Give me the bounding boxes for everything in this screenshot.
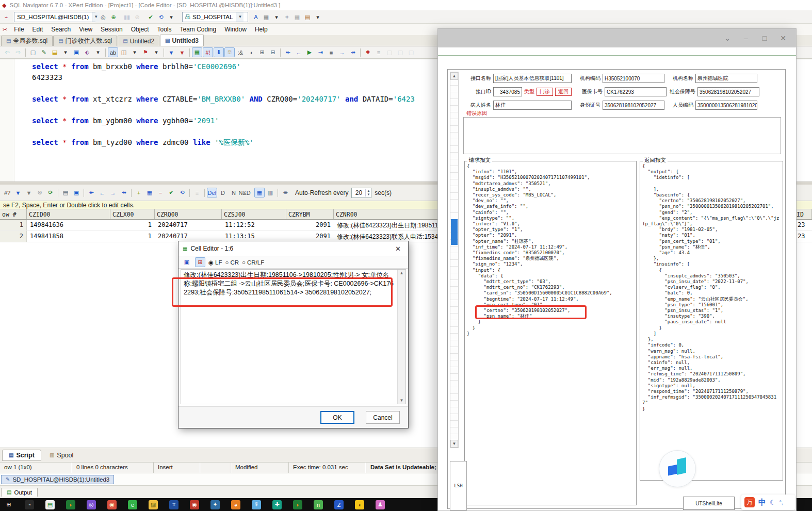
find-objects-icon[interactable]: A — [251, 12, 261, 22]
doc-tab-Untitled3[interactable]: ▤Untitled3 — [160, 35, 204, 46]
taskbar-app-icon[interactable]: n — [314, 500, 323, 509]
grid-column-header[interactable]: ow # — [0, 209, 27, 219]
fit-columns-icon[interactable]: ⇹ — [280, 188, 290, 197]
next-result-icon[interactable]: → — [337, 47, 347, 57]
grid-cell[interactable]: 149841858 — [27, 231, 110, 242]
tab-output[interactable]: ▤ Output — [1, 488, 38, 497]
grid-cell[interactable]: 20240717 — [155, 231, 222, 242]
grid-cell[interactable]: 20240717 — [155, 220, 222, 230]
taskbar-app-icon[interactable]: ◕ — [231, 500, 240, 509]
explain-plan-icon[interactable]: ✹ — [363, 47, 373, 57]
ssn-field[interactable]: 350628198102052027 — [697, 87, 759, 96]
menu-item-window[interactable]: Window — [220, 25, 251, 34]
return-chip[interactable]: 返回 — [555, 88, 572, 96]
filter-icon[interactable]: ▼ — [13, 188, 23, 197]
minimize-button[interactable]: – — [740, 34, 752, 42]
scroll-down-icon[interactable]: ▼ — [450, 440, 458, 448]
save-icon[interactable]: ▣ — [71, 47, 82, 57]
taskbar-app-icon[interactable]: e — [128, 500, 137, 509]
grid-cell[interactable]: 149841636 — [27, 220, 110, 230]
grid-view-icon[interactable]: ▦ — [254, 188, 265, 197]
taskbar-app-icon[interactable]: ◎ — [87, 500, 96, 509]
response-box[interactable]: { "output": { "idetinfo": [ ], "baseinfo… — [640, 161, 783, 481]
cancel-button[interactable]: Cancel — [366, 411, 400, 424]
org-code-field[interactable]: H35052100070 — [603, 74, 664, 83]
fetch-all-icon[interactable]: ⬇ — [214, 47, 224, 57]
spin-up-icon[interactable]: ▲ — [366, 189, 371, 193]
highlight-icon[interactable]: ab — [108, 47, 118, 57]
interface-name-field[interactable]: [国家]人员基本信息获取[1101] — [493, 74, 572, 83]
report-icon[interactable]: ▤ — [302, 12, 313, 22]
bookmark-icon[interactable]: ⚑ — [140, 47, 151, 57]
output-grid-icon[interactable]: ▦ — [292, 12, 302, 22]
chevron-down-icon[interactable]: ▾ — [166, 12, 176, 22]
numdate-order-icon[interactable]: N&D — [239, 188, 250, 197]
grid-column-header[interactable]: CZRYBM — [286, 209, 334, 219]
scroll-up-icon[interactable]: ▲ — [400, 271, 404, 275]
cancel-icon[interactable]: ⊗ — [35, 188, 45, 197]
chevron-down-button[interactable]: ⌄ — [722, 34, 733, 42]
taskbar-app-icon[interactable]: ✦ — [210, 500, 220, 509]
left-scrollbar[interactable]: ▲ ▼ — [450, 72, 459, 448]
patient-name-field[interactable]: 林佳 — [493, 101, 572, 110]
grid-cell[interactable]: 1 — [110, 231, 155, 242]
row-count-icon[interactable]: ▦ — [261, 12, 271, 22]
ampersand-icon[interactable]: :& — [235, 47, 246, 57]
auto-refresh-spinner[interactable]: 20 ▲▼ — [351, 188, 371, 198]
ok-button[interactable]: OK — [320, 411, 354, 424]
collapse-icon[interactable]: ≡ — [192, 188, 202, 197]
menu-item-tools[interactable]: Tools — [153, 25, 175, 34]
filter-icon[interactable]: ▼ — [166, 47, 176, 57]
menu-item-view[interactable]: View — [75, 25, 96, 34]
taskbar-app-icon[interactable]: ▤ — [45, 500, 55, 509]
close-button[interactable]: ✕ — [777, 34, 789, 42]
start-button[interactable]: ⊞ — [4, 500, 13, 509]
chevron-down-icon[interactable]: ▾ — [151, 47, 161, 57]
scroll-down-icon[interactable]: ▼ — [400, 398, 404, 403]
prev-record-icon[interactable]: ← — [97, 188, 107, 197]
insert-row-icon[interactable]: + — [134, 188, 144, 197]
taskbar-app-icon[interactable]: ☤ — [252, 500, 261, 509]
commit-icon[interactable]: ✔ — [145, 12, 156, 22]
response-json[interactable]: { "output": { "idetinfo": [ ], "baseinfo… — [642, 163, 782, 412]
forward-icon[interactable]: ⇨ — [13, 47, 23, 57]
spinner-arrows[interactable]: ▲▼ — [365, 189, 371, 196]
taskbar-app-icon[interactable]: ◖ — [355, 500, 364, 509]
chevron-down-icon[interactable]: ▾ — [60, 47, 71, 57]
chevron-down-icon[interactable]: ▾ — [313, 12, 323, 22]
scroll-up-icon[interactable]: ▲ — [450, 72, 458, 80]
print-icon[interactable]: ▤ — [60, 188, 71, 197]
org-name-field[interactable]: 泉州德诚医院 — [695, 74, 757, 83]
open-file-icon[interactable]: ⬓ — [50, 47, 60, 57]
grid-cell[interactable]: 1 — [0, 220, 27, 230]
wrap-icon[interactable]: ⊞ — [195, 257, 205, 267]
cell-editor-scrollbar[interactable]: ▲ ▼ — [397, 270, 405, 404]
prev-result-icon[interactable]: ← — [294, 47, 304, 57]
ime-punctuation-icon[interactable]: °, — [779, 500, 783, 505]
edit-row-icon[interactable]: ▦ — [144, 188, 155, 197]
taskbar-app-icon[interactable]: ◗ — [66, 500, 75, 509]
taskbar-app-icon[interactable]: ✚ — [272, 500, 282, 509]
doc-tab-门诊收住人数.sql[interactable]: ▤门诊收住人数.sql — [53, 36, 117, 46]
save-icon[interactable]: ▣ — [182, 257, 192, 267]
menu-item-search[interactable]: Search — [47, 25, 75, 34]
interface-id-field[interactable]: 3437085 — [493, 87, 522, 96]
edit-file-icon[interactable]: ✎ — [39, 47, 49, 57]
ime-logo-icon[interactable]: 万 — [744, 497, 755, 507]
person-code-field[interactable]: 350000013506281981020520 — [695, 101, 757, 110]
doc-tab-Untitled2[interactable]: ▤Untitled2 — [118, 36, 159, 46]
grid-column-header[interactable]: CZRQ00 — [155, 209, 222, 219]
numeric-order-icon[interactable]: N — [229, 188, 239, 197]
grid-cell[interactable]: 1 — [110, 220, 155, 230]
radio-cr[interactable]: ○CR — [225, 259, 239, 266]
chevron-down-icon[interactable]: ▾ — [93, 47, 103, 57]
web-support-icon[interactable]: ⊕ — [108, 12, 119, 22]
window-tab[interactable]: ✎ SD_HOSPITAL@HISDB(1):Untitled3 — [1, 475, 114, 484]
grid-cell[interactable]: 11:12:52 — [222, 220, 286, 230]
sql-tracker-icon[interactable]: ⌗ — [282, 12, 292, 22]
next-record-icon[interactable]: → — [108, 188, 118, 197]
filter-toggle-icon[interactable]: ▼ — [24, 188, 34, 197]
send-to-editor-icon[interactable]: ⊞ — [257, 47, 267, 57]
taskbar-app-icon[interactable]: ♟ — [376, 500, 385, 509]
menu-item-file[interactable]: File — [10, 25, 28, 34]
